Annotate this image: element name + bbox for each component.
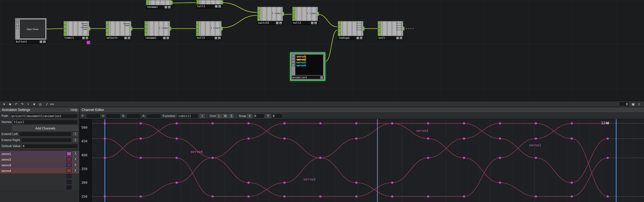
slope-input[interactable] (126, 114, 141, 118)
node-add-box[interactable]: + (43, 40, 46, 43)
node-name-bar[interactable]: null1+ (196, 4, 222, 8)
output-port[interactable] (170, 27, 171, 30)
node-flags[interactable]: + (82, 36, 88, 40)
snap-x-button[interactable]: X (247, 114, 252, 118)
node-flags[interactable]: + (276, 22, 282, 24)
names-input[interactable] (13, 120, 78, 124)
keyframe-dot[interactable] (140, 196, 142, 198)
curve-graph[interactable]: 500450400350300250servo1servo2servo3serv… (80, 119, 644, 202)
node-name-bar[interactable]: select1+ (106, 36, 131, 40)
channel-delete-button[interactable]: X (72, 163, 78, 167)
node-body[interactable]: 1 timer (257, 7, 283, 21)
channel-curve-servo2[interactable] (105, 124, 608, 196)
keyframe-dot[interactable] (212, 157, 214, 159)
node-flags[interactable]: + (215, 5, 221, 8)
network-path[interactable]: / >> (46, 102, 54, 106)
output-port[interactable] (403, 27, 404, 30)
path-input[interactable] (9, 114, 78, 118)
node-name-bar[interactable]: switch2+ (257, 21, 283, 25)
keyframe-dot[interactable] (571, 122, 573, 124)
input-ports[interactable] (196, 22, 199, 36)
keyframe-dot[interactable] (355, 138, 357, 140)
channel-color-swatch[interactable] (66, 174, 72, 178)
keyframe-dot[interactable] (319, 196, 322, 198)
node-flag-box[interactable] (276, 22, 279, 24)
keyframe-dot[interactable] (463, 122, 465, 124)
node-name-bar[interactable]: out1+ (378, 36, 403, 40)
node-button1[interactable]: ✕ ▫ ▫ Start Timer button1 + (15, 18, 47, 40)
channel-color-swatch[interactable] (66, 152, 72, 156)
dock-icon[interactable]: ⇩ (636, 102, 642, 106)
accel-input[interactable] (146, 114, 162, 118)
node-add-box[interactable]: + (320, 76, 323, 79)
keyframe-dot[interactable] (247, 182, 250, 184)
keyframe-dot[interactable] (140, 157, 142, 159)
keyframe-dot[interactable] (104, 196, 106, 198)
node-body[interactable]: servo1servo2servo3servo4 (338, 21, 364, 36)
keyframe-dot[interactable] (283, 196, 286, 198)
frame-input[interactable] (86, 114, 100, 118)
grid-small-button[interactable]: S (229, 114, 234, 118)
node-timer1[interactable]: timer1+ (64, 21, 89, 36)
keyframe-dot[interactable] (535, 196, 537, 198)
node-animation1[interactable]: servo1servo2servo3servo4 animation1 + (290, 52, 326, 81)
output-port[interactable] (318, 12, 319, 16)
dropdown-arrow-icon[interactable]: ⇩ (73, 138, 78, 142)
menu-arrow-icon[interactable]: ▾ (2, 102, 7, 106)
node-body[interactable]: servo1servo2servo3servo4 animation1 + (291, 54, 324, 80)
keyframe-dot[interactable] (140, 138, 142, 140)
node-body[interactable]: 1 timer (292, 7, 318, 21)
keyframe-dot[interactable] (427, 122, 429, 124)
node-flag-box[interactable] (163, 36, 166, 40)
channel-color-swatch[interactable] (66, 163, 72, 167)
node-add-box[interactable]: + (128, 36, 130, 40)
keyframe-dot[interactable] (571, 138, 573, 140)
frame-counter-field[interactable]: 0 (619, 102, 629, 106)
undo-icon[interactable]: ↶ (14, 102, 19, 106)
keyframe-dot[interactable] (355, 182, 357, 184)
channel-delete-button[interactable]: X (72, 157, 78, 161)
node-name-bar[interactable]: lookup1+ (338, 36, 364, 40)
node-add-box[interactable]: + (166, 36, 169, 40)
node-null1[interactable]: null1+ (196, 0, 222, 4)
node-name-bar[interactable]: null3+ (196, 36, 222, 40)
output-port[interactable] (282, 12, 284, 16)
node-add-box[interactable]: + (218, 36, 221, 40)
stop-icon[interactable]: ■ (8, 102, 13, 106)
keyframe-dot[interactable] (283, 182, 286, 184)
node-flag-box[interactable] (311, 22, 314, 24)
keyframe-dot[interactable] (606, 157, 609, 159)
channel-color-swatch[interactable] (66, 168, 72, 173)
network-editor[interactable]: rename1+null1+timer1+select1+1 timerrena… (0, 0, 644, 101)
channel-delete-button[interactable]: X (72, 168, 78, 173)
comp-close-icon[interactable]: ✕ (16, 20, 19, 22)
keyframe-dot[interactable] (212, 122, 214, 124)
node-flags[interactable]: + (124, 36, 130, 40)
node-name-bar[interactable]: button1 + (15, 40, 47, 44)
keyframe-dot[interactable] (499, 182, 501, 184)
node-rename2[interactable]: 1 timerrename2+ (144, 21, 170, 36)
node-flag-box[interactable] (124, 36, 127, 40)
channel-row-servo3[interactable]: servo3X (0, 162, 79, 168)
output-port[interactable] (89, 27, 90, 30)
keyframe-dot[interactable] (427, 157, 429, 159)
keyframe-dot[interactable] (571, 182, 573, 184)
node-rename1[interactable]: rename1+ (146, 0, 172, 5)
extend-left-dropdown[interactable] (19, 132, 72, 136)
node-flag-box[interactable] (356, 36, 359, 40)
node-flags[interactable]: + (311, 22, 317, 24)
value-input[interactable] (106, 114, 121, 118)
output-port[interactable] (363, 27, 364, 30)
keyframe-dot[interactable] (104, 157, 106, 159)
function-dropdown[interactable]: cubic() (177, 114, 199, 118)
input-ports[interactable] (197, 0, 199, 4)
output-port[interactable] (222, 0, 223, 4)
node-add-box[interactable]: + (279, 22, 282, 24)
node-add-box[interactable]: + (218, 5, 221, 8)
follow-icon[interactable]: ◎ (38, 102, 43, 106)
input-ports[interactable] (258, 7, 260, 21)
channel-curve-servo3[interactable] (105, 124, 608, 196)
node-flags[interactable]: + (396, 36, 402, 40)
keyframe-dot[interactable] (355, 196, 357, 198)
channel-delete-button[interactable]: X (72, 152, 78, 156)
